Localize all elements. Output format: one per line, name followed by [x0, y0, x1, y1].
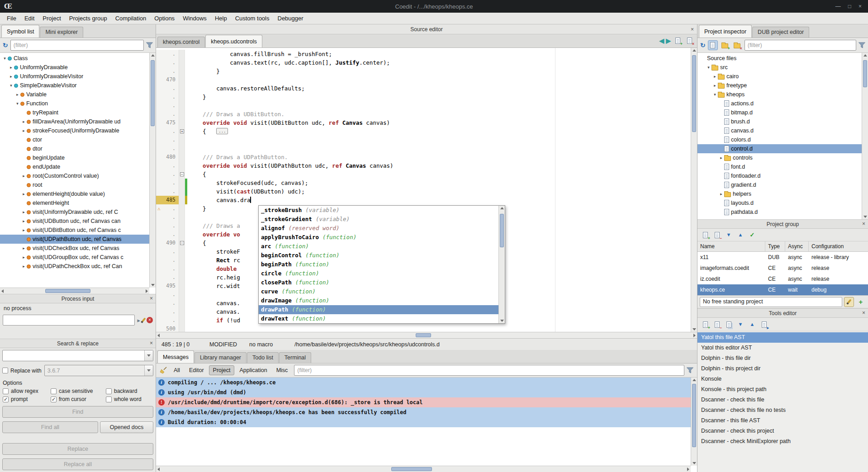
replace-with-dropdown-icon[interactable] [144, 365, 153, 376]
menu-help[interactable]: Help [211, 14, 231, 23]
previous-doc-icon[interactable]: ◀ [659, 38, 664, 44]
completion-item[interactable]: drawText(function) [259, 314, 498, 323]
completion-item[interactable]: curve(function) [259, 287, 498, 296]
tool-item[interactable]: Yatol this file AST [697, 332, 868, 343]
async-mode-icon[interactable]: ✓ [747, 230, 757, 240]
move-project-up-icon[interactable]: ▲ [735, 230, 745, 240]
new-doc-icon[interactable]: + [673, 36, 683, 46]
expand-arrow-icon[interactable]: ▾ [14, 101, 20, 106]
symbol-item[interactable]: ▸UniformlyDrawable [0, 63, 149, 72]
tool-item[interactable]: Yatol this editor AST [697, 343, 868, 353]
refresh-symbols-icon[interactable]: ↻ [3, 42, 8, 48]
replace-with-combo[interactable]: 3.6.7 [44, 365, 153, 376]
expand-arrow-icon[interactable]: ▸ [21, 246, 27, 250]
option-prompt[interactable]: ✓prompt [3, 396, 51, 402]
messages-hscrollbar[interactable] [156, 466, 691, 472]
code-line[interactable]: .− { [156, 170, 697, 179]
tool-item[interactable]: Konsole [697, 374, 868, 384]
symbol-item[interactable]: ▸elementHeight(double value) [0, 189, 149, 198]
file-item[interactable]: Source files [697, 54, 862, 63]
code-line[interactable]: . canvas.restoreAllDefaults; [156, 84, 697, 93]
project-row[interactable]: imageformats.coeditCEasyncrelease [697, 263, 868, 274]
tab-terminal[interactable]: Terminal [279, 352, 311, 363]
code-line[interactable]: . visit(cast(UDButton) udc); [156, 187, 697, 196]
message-row[interactable]: iBuild duration: 00:00:04 [156, 417, 691, 427]
project-row[interactable]: kheops.ceCEwaitdebug [697, 284, 868, 295]
project-row[interactable]: x11DUBasyncrelease - library [697, 252, 868, 263]
remove-project-icon[interactable]: − [712, 230, 722, 240]
symbol-item[interactable]: dtor [0, 144, 149, 153]
option-whole-word[interactable]: whole word [106, 396, 156, 402]
move-tool-down-icon[interactable]: ▼ [735, 320, 745, 330]
tool-item[interactable]: Dscanner - check MiniExplorer path [697, 436, 868, 447]
close-window-button[interactable]: × [859, 3, 862, 9]
symbol-item[interactable]: ▾Class [0, 54, 149, 63]
file-item[interactable]: ▸controls [697, 153, 862, 162]
file-item[interactable]: ▸cairo [697, 72, 862, 81]
column-type[interactable]: Type [765, 241, 785, 251]
expand-arrow-icon[interactable]: ▸ [8, 65, 14, 70]
add-folder-icon[interactable]: + [720, 40, 730, 50]
run-tool-icon[interactable]: ▸ [759, 320, 769, 330]
category-application[interactable]: Application [235, 365, 271, 375]
clone-tool-icon[interactable] [724, 320, 734, 330]
symbol-item[interactable]: ▸root(CustomControl value) [0, 171, 149, 180]
symbol-item[interactable]: ▸visit(UDPathCheckBox udc, ref Can [0, 262, 149, 271]
expand-arrow-icon[interactable]: ▸ [14, 92, 20, 97]
completion-item[interactable]: arc(function) [259, 242, 498, 251]
tool-item[interactable]: Dscanner - this file AST [697, 415, 868, 426]
expand-arrow-icon[interactable]: ▸ [718, 156, 724, 160]
opened-docs-button[interactable]: Opened docs [100, 421, 153, 433]
message-row[interactable]: !/usr/include/dmd/druntime/import/core/e… [156, 397, 691, 407]
tool-item[interactable]: Dolphin - this project dir [697, 363, 868, 374]
completion-item[interactable]: _strokeGradient(variable) [259, 215, 498, 224]
symbol-item[interactable]: ▸visit(UDCheckBox udc, ref Canvas [0, 244, 149, 253]
next-doc-icon[interactable]: ▶ [666, 38, 671, 44]
tab-project-inspector[interactable]: Project inspector [699, 25, 752, 38]
menu-debugger[interactable]: Debugger [274, 14, 308, 23]
code-line[interactable]: . /// Draws a UDBitButton. [156, 110, 697, 118]
tool-item[interactable]: Konsole - this project path [697, 384, 868, 395]
editor-vscrollbar[interactable] [691, 48, 697, 332]
editor-hscrollbar[interactable] [156, 332, 697, 338]
file-item[interactable]: canvas.d [697, 126, 862, 135]
add-project-icon[interactable]: + [700, 230, 710, 240]
fold-toggle-icon[interactable]: − [180, 241, 184, 245]
file-item[interactable]: gradient.d [697, 180, 862, 189]
expand-arrow-icon[interactable]: ▸ [21, 264, 27, 269]
completion-item[interactable]: applyBrushToCairo(function) [259, 233, 498, 242]
menu-options[interactable]: Options [150, 14, 179, 23]
symbol-filter-input[interactable] [10, 40, 144, 51]
code-line[interactable]: . canvas.fillBrush = _brushFont; [156, 50, 697, 58]
find-button[interactable]: Find [2, 406, 153, 418]
symbol-item[interactable]: ▾SimpleDrawableVisitor [0, 81, 149, 90]
code-line[interactable]: . } [156, 93, 697, 101]
symbol-item[interactable]: ▸visit(UDGroupBox udc, ref Canvas c [0, 253, 149, 262]
expand-arrow-icon[interactable]: ▸ [21, 119, 27, 124]
file-tree-vscrollbar[interactable] [862, 53, 868, 219]
option-backward[interactable]: backward [106, 388, 156, 394]
column-async[interactable]: Async [785, 241, 809, 251]
column-configuration[interactable]: Configuration [809, 241, 868, 251]
file-item[interactable]: control.d [697, 144, 862, 153]
move-project-down-icon[interactable]: ▼ [724, 230, 734, 240]
file-item[interactable]: brush.d [697, 117, 862, 126]
expand-arrow-icon[interactable]: ▸ [21, 128, 27, 133]
completion-item[interactable]: drawImage(function) [259, 296, 498, 305]
expand-arrow-icon[interactable]: ▸ [21, 192, 27, 196]
expand-arrow-icon[interactable]: ▸ [712, 83, 718, 88]
menu-project[interactable]: Project [38, 14, 65, 23]
remove-folder-icon[interactable]: × [732, 40, 742, 50]
replace-with-checkbox[interactable]: Replace with [2, 368, 42, 374]
pin-editor-file-icon[interactable] [708, 40, 718, 50]
project-row[interactable]: iz.coeditCEasyncrelease [697, 274, 868, 284]
search-term-dropdown-icon[interactable] [144, 350, 153, 361]
file-item[interactable]: ▾src [697, 63, 862, 72]
message-row[interactable]: iusing /usr/bin/dmd (dmd) [156, 387, 691, 397]
code-line[interactable]: . [156, 101, 697, 110]
column-name[interactable]: Name [697, 241, 765, 251]
file-item[interactable]: layouts.d [697, 198, 862, 208]
tool-item[interactable]: Dolphin - this file dir [697, 353, 868, 363]
symbol-tree-hscrollbar[interactable] [0, 288, 149, 294]
messages-vscrollbar[interactable] [691, 378, 697, 466]
